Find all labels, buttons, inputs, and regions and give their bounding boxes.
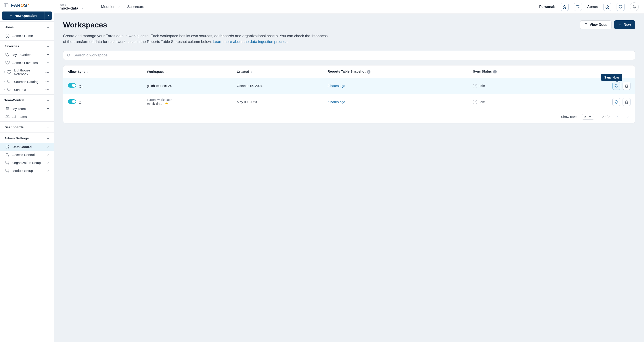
section-favorites-header[interactable]: Favorites xyxy=(0,42,54,51)
sort-icon xyxy=(166,70,168,74)
workspaces-table: Allow Sync Workspace Created Reports Tab… xyxy=(63,66,635,110)
main-area: acme mock-data Modules Scorecard Persona… xyxy=(54,0,644,342)
allow-sync-toggle[interactable] xyxy=(68,99,76,104)
chevron-down-icon xyxy=(46,107,50,110)
more-icon[interactable]: ••• xyxy=(45,70,50,74)
acme-label: Acme: xyxy=(587,5,598,9)
search-input[interactable] xyxy=(74,53,632,58)
org-label: acme xyxy=(60,3,90,6)
svg-point-8 xyxy=(8,108,9,108)
new-workspace-button[interactable]: New xyxy=(614,20,635,29)
allow-sync-toggle[interactable] xyxy=(68,83,76,88)
sort-icon xyxy=(250,70,253,74)
heart-icon xyxy=(7,88,11,92)
svg-point-10 xyxy=(8,115,8,116)
display-gear-icon xyxy=(5,168,10,173)
section-dashboards-header[interactable]: Dashboards xyxy=(0,122,54,132)
home-icon xyxy=(605,5,609,9)
section-admin-header[interactable]: Admin Settings xyxy=(0,134,54,143)
sidebar-item-my-favorites[interactable]: My Favorites xyxy=(0,51,54,58)
table-row[interactable]: On current workspace mock-data ★ May 09,… xyxy=(63,94,635,110)
learn-more-link[interactable]: Learn more about the data ingestion proc… xyxy=(213,40,288,44)
info-icon[interactable]: i xyxy=(367,70,370,74)
th-actions xyxy=(564,66,635,78)
personal-label: Personal: xyxy=(539,5,555,9)
nav-modules[interactable]: Modules xyxy=(100,5,121,9)
svg-point-15 xyxy=(8,155,9,156)
drag-handle-icon[interactable]: ⠿ xyxy=(4,88,5,91)
nav-scorecard[interactable]: Scorecard xyxy=(126,5,145,9)
pagination: Show rows 5 1-2 of 2 xyxy=(63,110,635,123)
allow-sync-label: On xyxy=(79,101,84,104)
heart-user-icon xyxy=(576,5,580,9)
new-label: New xyxy=(624,23,631,27)
chevron-down-icon xyxy=(81,7,84,10)
snapshot-link[interactable]: 5 hours ago xyxy=(328,100,345,104)
acme-home-button[interactable] xyxy=(603,3,611,11)
sidebar: FAROS▲ New Question Home Acme's Home xyxy=(0,0,54,342)
more-icon[interactable]: ••• xyxy=(45,88,50,92)
created-date: May 09, 2023 xyxy=(232,94,323,110)
new-question-button[interactable]: New Question xyxy=(2,12,44,20)
chevron-up-icon xyxy=(46,137,50,140)
view-docs-button[interactable]: View Docs xyxy=(580,20,612,29)
sidebar-item-acme-favorites[interactable]: Acme's Favorites xyxy=(0,58,54,66)
refresh-icon xyxy=(614,100,618,104)
th-workspace[interactable]: Workspace xyxy=(142,66,232,78)
th-sync-status[interactable]: Sync Statusi xyxy=(468,66,564,78)
info-icon[interactable]: i xyxy=(493,70,497,74)
clock-icon xyxy=(473,100,477,104)
personal-home-button[interactable] xyxy=(560,3,568,11)
th-allow-sync[interactable]: Allow Sync xyxy=(63,66,142,78)
chevron-down-icon xyxy=(117,5,120,8)
section-home-header[interactable]: Home xyxy=(0,22,54,32)
acme-favorites-button[interactable] xyxy=(616,3,624,11)
more-icon[interactable]: ••• xyxy=(45,80,50,84)
chevron-right-icon xyxy=(46,161,50,164)
snapshot-link[interactable]: 2 hours ago xyxy=(328,84,345,88)
delete-button[interactable] xyxy=(622,98,630,106)
page-size-select[interactable]: 5 xyxy=(582,114,594,120)
sidebar-item-schema[interactable]: ⠿ Schema ••• xyxy=(0,86,54,94)
chevron-right-icon xyxy=(626,115,630,118)
sync-now-button[interactable] xyxy=(612,98,620,106)
personal-favorites-button[interactable] xyxy=(574,3,582,11)
chevron-right-icon xyxy=(46,169,50,172)
drag-handle-icon[interactable]: ⠿ xyxy=(4,71,5,74)
prev-page-button[interactable] xyxy=(615,114,620,119)
sort-icon xyxy=(498,70,500,73)
sidebar-item-acme-home[interactable]: Acme's Home xyxy=(0,32,54,40)
delete-button[interactable] xyxy=(622,82,630,90)
th-created[interactable]: Created xyxy=(232,66,323,78)
sidebar-item-label: Data Control xyxy=(12,145,32,149)
sidebar-item-lighthouse-notebook[interactable]: ⠿ Lighthouse Notebook ••• xyxy=(0,66,54,78)
drag-handle-icon[interactable]: ⠿ xyxy=(4,80,5,83)
svg-point-7 xyxy=(6,107,8,108)
svg-rect-0 xyxy=(4,4,8,7)
sidebar-item-access-control[interactable]: Access Control xyxy=(0,151,54,158)
users-icon xyxy=(5,106,10,111)
sidebar-item-all-teams[interactable]: All Teams xyxy=(0,112,54,120)
nav-modules-label: Modules xyxy=(101,5,115,9)
workspace-switcher[interactable]: acme mock-data xyxy=(60,0,95,14)
svg-point-19 xyxy=(8,163,9,164)
sidebar-item-org-setup[interactable]: Organization Setup xyxy=(0,158,54,166)
new-question-dropdown[interactable] xyxy=(44,12,52,20)
sidebar-item-my-team[interactable]: My Team xyxy=(0,105,54,112)
section-teamcentral-header[interactable]: TeamCentral xyxy=(0,96,54,105)
section-dashboards-title: Dashboards xyxy=(4,125,24,129)
table-row[interactable]: On gitlab-test-oct-24 October 15, 2024 2… xyxy=(63,78,635,94)
page-size-value: 5 xyxy=(584,115,586,118)
sidebar-item-data-control[interactable]: Data Control xyxy=(0,143,54,151)
sync-now-button[interactable] xyxy=(612,82,620,90)
panel-toggle-icon[interactable] xyxy=(4,3,9,8)
sidebar-item-sources-catalog[interactable]: ⠿ Sources Catalog ••• xyxy=(0,78,54,86)
notifications-button[interactable] xyxy=(630,2,639,11)
th-reports[interactable]: Reports Table Snapshoti xyxy=(323,66,468,78)
heart-icon xyxy=(7,70,11,74)
next-page-button[interactable] xyxy=(625,114,630,119)
sort-icon xyxy=(372,70,374,73)
sidebar-item-module-setup[interactable]: Module Setup xyxy=(0,166,54,174)
sort-icon xyxy=(87,70,89,74)
sidebar-item-label: Organization Setup xyxy=(12,161,41,164)
